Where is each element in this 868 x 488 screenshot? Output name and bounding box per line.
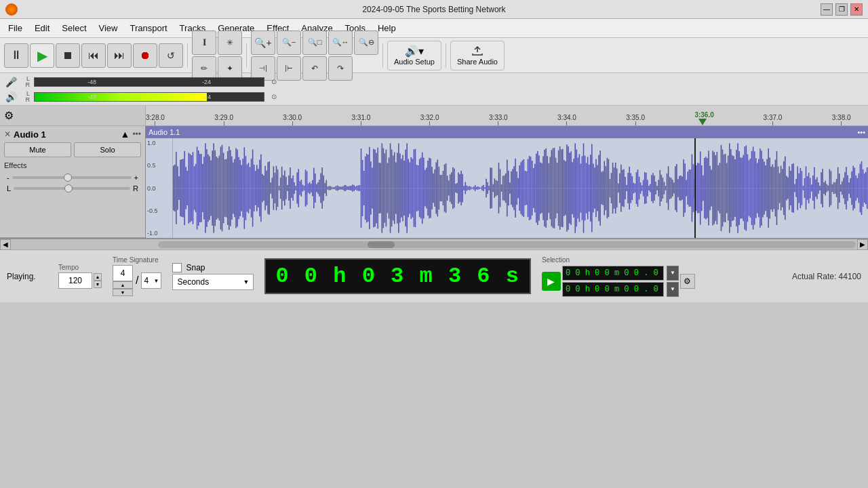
close-button[interactable]: ✕ [850,3,863,16]
audio-setup-label: Audio Setup [394,58,435,66]
stop-button[interactable]: ⏹ [56,43,80,68]
track-controls: ✕ Audio 1 ▲ ••• Mute Solo Effects - + L [0,126,146,238]
record-meter-knob[interactable]: ⊙ [267,77,281,87]
ruler-mark-9: 3:37.0 [764,114,783,125]
timesig-section: Time Signature ▲ ▼ / 4▼ [113,256,161,296]
menu-file[interactable]: File [3,22,28,35]
toolbar: ⏸ ▶ ⏹ ⏮ ⏭ ⏺ ↺ 𝐈 ✳ ✏ ✦ 🔍+ 🔍− 🔍□ 🔍↔ 🔍⊖ ⊣| … [0,38,868,73]
selection-end-input[interactable] [562,282,664,297]
scroll-track[interactable] [158,241,856,248]
track-name: Audio 1 [14,129,118,140]
mute-button[interactable]: Mute [4,142,71,157]
snap-section: Snap Seconds ▼ [172,263,254,290]
zoom-fit-button[interactable]: 🔍↔ [328,30,353,55]
record-meter-icon[interactable]: 🎤 [4,77,18,87]
selection-label: Selection [542,256,695,264]
audio-setup-button[interactable]: 🔊▾ Audio Setup [387,41,441,70]
ruler-mark-10: 3:38.0 [832,114,851,125]
titlebar: 2024-09-05 The Sports Betting Network — … [0,0,868,19]
zoom-out-button[interactable]: 🔍− [277,30,301,55]
menubar: File Edit Select View Transport Tracks G… [0,19,868,38]
play-button[interactable]: ▶ [30,43,54,68]
gain-slider[interactable] [12,176,132,179]
timesig-label: Time Signature [113,256,161,264]
zoom-sel-button[interactable]: 🔍□ [302,30,327,55]
timeline-header: ⚙ 3:28.0 3:29.0 3:30.0 3:31.0 3:32.0 3:3… [0,106,868,126]
scroll-right-button[interactable]: ▶ [857,239,868,250]
timesig-num-up[interactable]: ▲ [113,281,133,289]
solo-button[interactable]: Solo [74,142,141,157]
gain-max-label: + [134,174,138,182]
multitool[interactable]: ✳ [218,30,242,55]
prev-button[interactable]: ⏮ [81,43,106,68]
restore-button[interactable]: ❐ [835,3,848,16]
playhead-triangle [698,119,707,125]
ruler-mark-4: 3:32.0 [420,114,439,125]
playback-meter-icon[interactable]: 🔊 [4,92,18,102]
timesig-denominator-dropdown[interactable]: 4▼ [141,272,161,289]
menu-view[interactable]: View [94,22,123,35]
zoom-full-button[interactable]: 🔍⊖ [354,30,378,55]
playhead-line [694,138,696,238]
record-button[interactable]: ⏺ [133,43,157,68]
minimize-button[interactable]: — [821,3,833,16]
tempo-down-button[interactable]: ▼ [94,281,102,288]
track-menu-button[interactable]: ••• [132,129,141,139]
pan-slider-row: L R [4,183,141,194]
timeline-ruler: 3:28.0 3:29.0 3:30.0 3:31.0 3:32.0 3:33.… [146,106,868,125]
playback-meter-row: 🔊 LR -48-24 ⊙ [4,90,864,104]
select-tool[interactable]: 𝐈 [192,30,216,55]
tempo-section: Tempo ▲ ▼ [58,264,102,289]
tempo-up-button[interactable]: ▲ [94,273,102,281]
selection-settings-button[interactable]: ⚙ [680,274,695,289]
pan-left-label: L [7,184,11,192]
audio-setup-icon: 🔊▾ [405,45,424,58]
scroll-left-button[interactable]: ◀ [0,239,11,250]
meters: 🎤 LR -48-24 ⊙ 🔊 LR -48-24 ⊙ [0,73,868,106]
ruler-mark-3: 3:31.0 [352,114,371,125]
track-area: ✕ Audio 1 ▲ ••• Mute Solo Effects - + L [0,126,868,239]
ruler-mark-1: 3:29.0 [214,114,233,125]
seconds-dropdown[interactable]: Seconds ▼ [172,274,254,290]
menu-select[interactable]: Select [56,22,92,35]
ruler-mark-5: 3:33.0 [489,114,508,125]
playback-meter-bar[interactable]: -48-24 [34,92,264,102]
waveform-canvas [173,138,868,238]
gain-slider-row: - + [4,172,141,183]
settings-gear-icon[interactable]: ⚙ [4,109,14,122]
next-button[interactable]: ⏭ [107,43,132,68]
pause-button[interactable]: ⏸ [4,43,28,68]
track-header: ✕ Audio 1 ▲ ••• Mute Solo Effects - + L [0,126,145,238]
track-collapse-button[interactable]: ▲ [121,129,130,140]
ruler-mark-8: 3:36.0 [694,111,713,125]
menu-edit[interactable]: Edit [29,22,55,35]
waveform-area[interactable]: Audio 1.1 ••• 1.0 0.5 0.0 -0.5 -1.0 [146,126,868,238]
timesig-num-down[interactable]: ▼ [113,289,133,296]
ruler-mark-2: 3:30.0 [283,114,302,125]
playback-meter-knob[interactable]: ⊙ [267,92,281,102]
statusbar: Playing. Tempo ▲ ▼ Time Signature ▲ ▼ / … [0,249,868,302]
selection-start-dropdown[interactable]: ▼ [667,266,679,281]
share-audio-button[interactable]: Share Audio [450,41,505,70]
record-meter-row: 🎤 LR -48-24 ⊙ [4,75,864,89]
timesig-numerator[interactable] [113,265,133,281]
selection-end-dropdown[interactable]: ▼ [667,282,679,297]
tempo-input[interactable] [58,272,92,289]
menu-transport[interactable]: Transport [124,22,172,35]
seconds-dropdown-arrow: ▼ [243,279,250,285]
zoom-in-button[interactable]: 🔍+ [251,30,275,55]
horizontal-scrollbar: ◀ ▶ [0,239,868,249]
selection-start-input[interactable] [562,266,664,281]
playing-status: Playing. [7,272,47,281]
effects-label: Effects [4,161,141,169]
record-meter-bar[interactable]: -48-24 [34,77,264,87]
play-selection-button[interactable]: ▶ [542,272,561,291]
snap-checkbox[interactable] [172,263,182,272]
clip-more-button[interactable]: ••• [857,128,865,136]
track-close-button[interactable]: ✕ [4,129,11,139]
pan-slider[interactable] [14,187,130,190]
y-axis: 1.0 0.5 0.0 -0.5 -1.0 [146,138,173,238]
scroll-thumb[interactable] [368,241,395,248]
ruler-mark-7: 3:35.0 [626,114,645,125]
loop-button[interactable]: ↺ [159,43,183,68]
